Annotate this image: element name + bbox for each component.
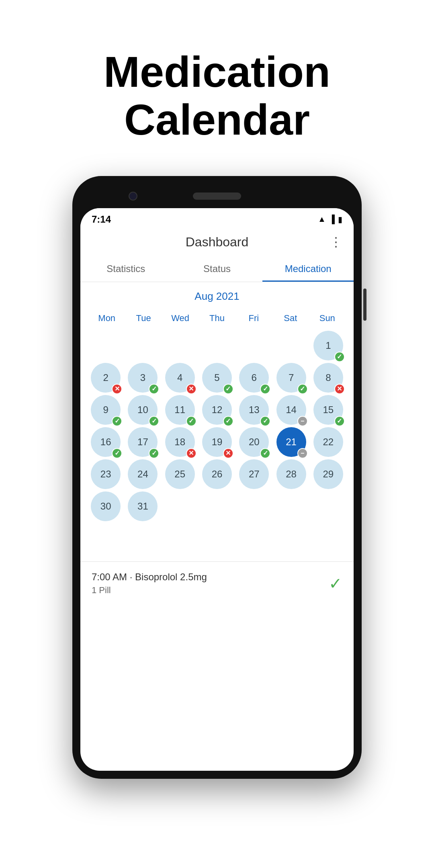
calendar-cell[interactable]: 31: [125, 491, 160, 521]
calendar-cell[interactable]: 6✓: [237, 363, 271, 393]
calendar-cell[interactable]: 5✓: [200, 363, 234, 393]
empty-calendar-cell: [313, 491, 343, 521]
day-number: 31: [137, 502, 148, 511]
tab-status[interactable]: Status: [172, 256, 263, 282]
calendar-cell[interactable]: 11✓: [163, 395, 197, 425]
calendar-cell[interactable]: 30: [88, 491, 123, 521]
calendar-cell[interactable]: 14−: [274, 395, 308, 425]
calendar-cell[interactable]: 2✕: [88, 363, 123, 393]
calendar-cell[interactable]: 7✓: [274, 363, 308, 393]
tab-medication[interactable]: Medication: [262, 256, 354, 282]
badge-check-icon: ✓: [297, 384, 308, 394]
calendar-cell[interactable]: 9✓: [88, 395, 123, 425]
day-circle[interactable]: 10✓: [128, 395, 158, 425]
day-circle[interactable]: 22: [313, 427, 343, 457]
day-circle[interactable]: 12✓: [202, 395, 232, 425]
medication-check-icon[interactable]: ✓: [329, 574, 342, 593]
badge-minus-icon: −: [297, 448, 308, 459]
calendar-month-label: Aug 2021: [88, 290, 346, 303]
weekday-thu: Thu: [199, 310, 235, 327]
day-circle[interactable]: 19✕: [202, 427, 232, 457]
badge-check-icon: ✓: [186, 416, 197, 426]
day-circle[interactable]: 9✓: [91, 395, 121, 425]
calendar-cell[interactable]: 18✕: [163, 427, 197, 457]
calendar-cell[interactable]: 19✕: [200, 427, 234, 457]
calendar-cell[interactable]: 25: [163, 459, 197, 489]
badge-check-icon: ✓: [149, 384, 159, 394]
calendar-cell: [237, 491, 271, 521]
day-number: 1: [326, 341, 331, 350]
badge-check-icon: ✓: [334, 416, 345, 426]
calendar-cell[interactable]: 24: [125, 459, 160, 489]
calendar-cell[interactable]: 22: [311, 427, 346, 457]
app-header: Dashboard ⋮: [80, 228, 354, 256]
weekday-wed: Wed: [162, 310, 199, 327]
calendar-cell[interactable]: 23: [88, 459, 123, 489]
day-circle[interactable]: 24: [128, 459, 158, 489]
day-number: 19: [212, 437, 223, 447]
day-circle[interactable]: 14−: [276, 395, 306, 425]
day-circle[interactable]: 4✕: [165, 363, 195, 393]
calendar-cell[interactable]: 8✕: [311, 363, 346, 393]
menu-button[interactable]: ⋮: [330, 234, 342, 250]
calendar-cell: [274, 331, 308, 360]
calendar-cell[interactable]: 15✓: [311, 395, 346, 425]
day-number: 16: [100, 437, 111, 447]
badge-cross-icon: ✕: [186, 384, 197, 394]
day-circle[interactable]: 11✓: [165, 395, 195, 425]
day-circle[interactable]: 26: [202, 459, 232, 489]
calendar-cell[interactable]: 1✓: [311, 331, 346, 360]
calendar-weekdays: Mon Tue Wed Thu Fri Sat Sun: [88, 310, 346, 327]
day-circle[interactable]: 13✓: [239, 395, 269, 425]
day-circle[interactable]: 27: [239, 459, 269, 489]
day-circle[interactable]: 17✓: [128, 427, 158, 457]
badge-minus-icon: −: [297, 416, 308, 426]
day-circle[interactable]: 2✕: [91, 363, 121, 393]
medication-entry: 7:00 AM · Bisoprolol 2.5mg 1 Pill ✓: [80, 561, 354, 605]
signal-icon: ▐: [329, 215, 335, 224]
phone-screen: 7:14 ▲ ▐ ▮ Dashboard ⋮ Statistics Status: [80, 208, 354, 771]
calendar-cell[interactable]: 3✓: [125, 363, 160, 393]
day-circle[interactable]: 18✕: [165, 427, 195, 457]
calendar-cell[interactable]: 10✓: [125, 395, 160, 425]
day-circle[interactable]: 7✓: [276, 363, 306, 393]
day-circle[interactable]: 20✓: [239, 427, 269, 457]
calendar-cell[interactable]: 26: [200, 459, 234, 489]
day-circle[interactable]: 15✓: [313, 395, 343, 425]
tab-statistics[interactable]: Statistics: [80, 256, 172, 282]
calendar-cell[interactable]: 20✓: [237, 427, 271, 457]
calendar-cell[interactable]: 29: [311, 459, 346, 489]
phone-notch: [80, 184, 354, 208]
day-circle[interactable]: 23: [91, 459, 121, 489]
day-circle[interactable]: 21−: [276, 427, 306, 457]
day-circle[interactable]: 5✓: [202, 363, 232, 393]
day-circle[interactable]: 31: [128, 491, 158, 521]
calendar-cell[interactable]: 27: [237, 459, 271, 489]
calendar-cell[interactable]: 12✓: [200, 395, 234, 425]
day-circle[interactable]: 29: [313, 459, 343, 489]
day-circle[interactable]: 1✓: [313, 331, 343, 360]
empty-calendar-cell: [165, 331, 195, 360]
day-circle[interactable]: 6✓: [239, 363, 269, 393]
calendar-cell: [125, 331, 160, 360]
day-circle[interactable]: 25: [165, 459, 195, 489]
day-number: 5: [214, 373, 219, 383]
day-number: 6: [252, 373, 257, 383]
day-circle[interactable]: 8✕: [313, 363, 343, 393]
day-number: 9: [103, 405, 108, 415]
calendar-cell[interactable]: 17✓: [125, 427, 160, 457]
calendar-cell[interactable]: 21−: [274, 427, 308, 457]
day-circle[interactable]: 30: [91, 491, 121, 521]
day-circle[interactable]: 16✓: [91, 427, 121, 457]
day-circle[interactable]: 28: [276, 459, 306, 489]
calendar-cell: [200, 331, 234, 360]
weekday-tue: Tue: [125, 310, 162, 327]
day-number: 29: [323, 469, 334, 479]
day-circle[interactable]: 3✓: [128, 363, 158, 393]
empty-calendar-cell: [202, 491, 232, 521]
calendar-cell[interactable]: 4✕: [163, 363, 197, 393]
calendar-cell[interactable]: 13✓: [237, 395, 271, 425]
badge-check-icon: ✓: [334, 352, 345, 362]
calendar-cell[interactable]: 16✓: [88, 427, 123, 457]
calendar-cell[interactable]: 28: [274, 459, 308, 489]
